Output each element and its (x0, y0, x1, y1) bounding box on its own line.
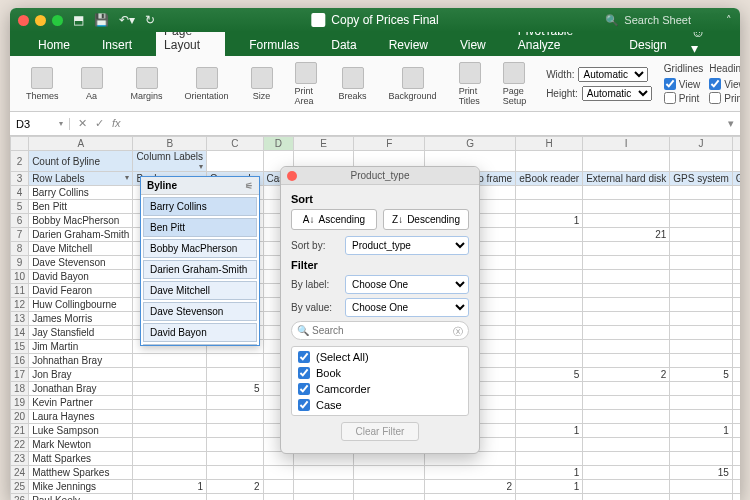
pivot-cell[interactable] (670, 214, 733, 228)
row-label[interactable]: Dave Mitchell (29, 242, 133, 256)
row-label[interactable]: Johnathan Bray (29, 354, 133, 368)
height-select[interactable]: Automatic (582, 86, 652, 101)
col-header-C[interactable]: C (207, 137, 263, 151)
pivot-cell[interactable] (516, 326, 583, 340)
width-select[interactable]: Automatic (578, 67, 648, 82)
pivot-cell[interactable] (133, 494, 207, 501)
row-label[interactable]: Ben Pitt (29, 200, 133, 214)
col-header-D[interactable]: D (263, 137, 293, 151)
col-header-F[interactable]: F (354, 137, 425, 151)
pivot-cell[interactable] (732, 298, 740, 312)
pivot-cell[interactable] (583, 494, 670, 501)
headings-view-checkbox[interactable]: View (709, 78, 740, 90)
pivot-cell[interactable] (583, 186, 670, 200)
undo-icon[interactable]: ↶▾ (119, 13, 135, 27)
gridlines-print-checkbox[interactable]: Print (664, 92, 703, 104)
row-header[interactable]: 15 (11, 340, 29, 354)
redo-icon[interactable]: ↻ (145, 13, 155, 27)
pivot-cell[interactable]: 21 (583, 228, 670, 242)
headings-print-checkbox[interactable]: Print (709, 92, 740, 104)
pivot-cell[interactable] (583, 312, 670, 326)
pivot-cell[interactable] (516, 438, 583, 452)
row-header[interactable]: 9 (11, 256, 29, 270)
pivot-cell[interactable] (732, 368, 740, 382)
pivot-cell[interactable] (732, 424, 740, 438)
pivot-cell[interactable] (516, 410, 583, 424)
pivot-cell[interactable] (583, 298, 670, 312)
slicer-item[interactable]: Darien Graham-Smith (143, 260, 257, 279)
pivot-cell[interactable] (583, 340, 670, 354)
margins-button[interactable]: Margins (123, 65, 171, 103)
pivot-cell[interactable] (583, 256, 670, 270)
size-button[interactable]: Size (243, 65, 281, 103)
tab-design[interactable]: Design (621, 34, 674, 56)
clear-search-icon[interactable]: ⓧ (453, 325, 463, 339)
pivot-cell[interactable] (263, 480, 293, 494)
pivot-cell[interactable]: 1 (670, 424, 733, 438)
pivot-cell[interactable] (732, 242, 740, 256)
fx-icon[interactable]: fx (112, 117, 121, 130)
pivot-cell[interactable] (670, 396, 733, 410)
col-header-J[interactable]: J (670, 137, 733, 151)
pivot-cell[interactable] (516, 284, 583, 298)
pivot-cell[interactable]: 15 (670, 466, 733, 480)
enter-icon[interactable]: ✓ (95, 117, 104, 130)
col-header-G[interactable]: G (425, 137, 516, 151)
pivot-cell[interactable] (583, 326, 670, 340)
pivot-cell[interactable] (670, 270, 733, 284)
pivot-cell[interactable] (516, 200, 583, 214)
pivot-cell[interactable]: 5 (207, 382, 263, 396)
row-header[interactable]: 26 (11, 494, 29, 501)
pivot-cell[interactable] (133, 368, 207, 382)
row-label[interactable]: Mark Newton (29, 438, 133, 452)
pivot-cell[interactable] (293, 480, 353, 494)
row-label[interactable]: Jon Bray (29, 368, 133, 382)
pivot-cell[interactable] (354, 466, 425, 480)
filter-option[interactable]: (Select All) (294, 349, 466, 365)
pivot-cell[interactable] (732, 452, 740, 466)
pivot-cell[interactable] (583, 396, 670, 410)
slicer-item[interactable]: Bobby MacPherson (143, 239, 257, 258)
row-label[interactable]: Luke Sampson (29, 424, 133, 438)
pivot-cell[interactable] (207, 396, 263, 410)
row-header[interactable]: 4 (11, 186, 29, 200)
pivot-cell[interactable] (516, 242, 583, 256)
tab-home[interactable]: Home (30, 34, 78, 56)
row-header[interactable]: 8 (11, 242, 29, 256)
gridlines-view-checkbox[interactable]: View (664, 78, 703, 90)
pivot-cell[interactable] (583, 424, 670, 438)
row-header[interactable]: 5 (11, 200, 29, 214)
filter-option[interactable]: Case (294, 397, 466, 413)
pivot-cell[interactable]: 1 (732, 382, 740, 396)
row-label[interactable]: Jay Stansfield (29, 326, 133, 340)
row-header[interactable]: 18 (11, 382, 29, 396)
row-header[interactable]: 17 (11, 368, 29, 382)
filter-checklist[interactable]: (Select All)BookCamcorderCase (291, 346, 469, 416)
tab-formulas[interactable]: Formulas (241, 34, 307, 56)
by-label-select[interactable]: Choose One (345, 275, 469, 294)
pivot-cell[interactable] (732, 354, 740, 368)
pivot-cell[interactable] (670, 438, 733, 452)
row-header[interactable]: 7 (11, 228, 29, 242)
pivot-cell[interactable] (583, 354, 670, 368)
col-header-I[interactable]: I (583, 137, 670, 151)
pivot-cell[interactable] (583, 270, 670, 284)
slicer-item[interactable]: Ben Pitt (143, 218, 257, 237)
minimize-icon[interactable] (35, 15, 46, 26)
row-label[interactable]: Bobby MacPherson (29, 214, 133, 228)
pivot-cell[interactable] (583, 382, 670, 396)
col-header-A[interactable]: A (29, 137, 133, 151)
pivot-cell[interactable] (670, 480, 733, 494)
pivot-cell[interactable] (516, 340, 583, 354)
pivot-cell[interactable] (583, 242, 670, 256)
tab-insert[interactable]: Insert (94, 34, 140, 56)
pivot-cell[interactable] (354, 480, 425, 494)
pivot-cell[interactable] (516, 228, 583, 242)
row-label[interactable]: Huw Collingbourne (29, 298, 133, 312)
pivot-cell[interactable] (732, 270, 740, 284)
row-header[interactable]: 6 (11, 214, 29, 228)
print-titles-button[interactable]: Print Titles (451, 60, 489, 108)
pivot-cell[interactable] (354, 494, 425, 501)
filter-option[interactable]: Book (294, 365, 466, 381)
pivot-cell[interactable] (207, 466, 263, 480)
